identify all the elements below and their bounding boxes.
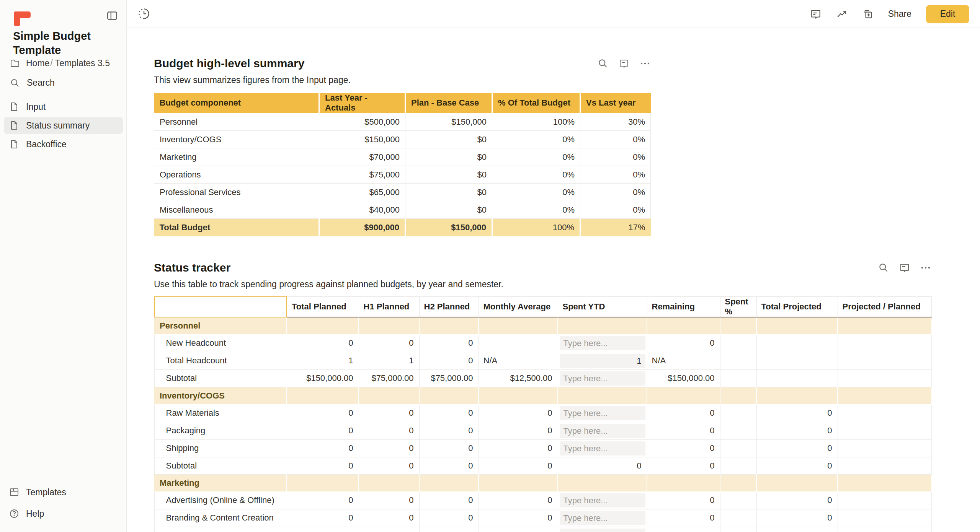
tracker-cell[interactable]: 0 [756,422,838,439]
tracker-row-label[interactable]: Packaging [154,422,287,439]
tracker-cell[interactable]: $75,000.00 [359,369,419,387]
tracker-cell[interactable] [838,439,931,457]
sidebar-item-input[interactable]: Input [4,98,123,115]
summary-cell[interactable]: $0 [405,166,492,184]
tracker-column-header[interactable]: H1 Planned [359,297,419,317]
tracker-cell[interactable] [838,509,931,527]
tracker-section-cell[interactable] [419,317,479,334]
summary-cell[interactable]: 0% [580,148,651,166]
tracker-cell[interactable]: 0 [647,527,720,532]
tracker-cell[interactable]: 0 [756,527,838,532]
tracker-cell[interactable]: 0 [479,404,558,422]
tracker-cell[interactable]: 0 [756,457,838,474]
tracker-section-cell[interactable] [647,474,720,491]
tracker-input-cell[interactable]: 1 [558,352,647,369]
tracker-cell[interactable] [838,457,931,474]
tracker-cell[interactable]: 0 [287,491,359,509]
tracker-input-cell[interactable]: Type here... [558,439,647,457]
tracker-section-cell[interactable] [479,474,558,491]
summary-column-header[interactable]: Plan - Base Case [405,93,492,113]
tracker-cell[interactable] [720,369,756,387]
edit-button[interactable]: Edit [926,5,969,23]
tracker-cell[interactable]: 0 [359,334,419,352]
tracker-row-label[interactable]: Events & Promotions [154,527,287,532]
tracker-input-cell[interactable]: Type here... [558,527,647,532]
input-placeholder[interactable]: Type here... [560,529,645,532]
summary-cell[interactable]: 0% [492,148,580,166]
tracker-cell[interactable] [838,369,931,387]
tracker-cell[interactable]: 0 [647,457,720,474]
tracker-row-label[interactable]: Shipping [154,439,287,457]
tracker-cell[interactable]: $150,000.00 [647,369,720,387]
tracker-section-cell[interactable] [756,387,838,404]
tracker-cell[interactable]: 0 [479,527,558,532]
summary-row-label[interactable]: Operations [154,166,319,184]
tracker-cell[interactable]: 0 [479,457,558,474]
tracker-column-header[interactable]: Projected / Planned [838,297,931,317]
tracker-input-cell[interactable]: Type here... [558,334,647,352]
tracker-input-cell[interactable]: Type here... [558,422,647,439]
tracker-cell[interactable]: 0 [479,422,558,439]
tracker-cell[interactable] [720,439,756,457]
summary-row-label[interactable]: Personnel [154,113,319,131]
tracker-cell[interactable]: 0 [756,439,838,457]
input-placeholder[interactable]: Type here... [560,406,645,420]
summary-cell[interactable]: $0 [405,184,492,201]
breadcrumb-current[interactable]: Templates 3.5 [55,58,110,68]
tracker-section-cell[interactable] [756,317,838,334]
tracker-cell[interactable]: 0 [287,404,359,422]
summary-row-label[interactable]: Professional Services [154,184,319,201]
tracker-cell[interactable] [838,334,931,352]
tracker-cell[interactable]: 0 [359,527,419,532]
tracker-cell[interactable]: 0 [647,509,720,527]
tracker-column-header[interactable]: Remaining [647,297,720,317]
sidebar-item-backoffice[interactable]: Backoffice [4,136,123,153]
summary-cell[interactable]: 30% [580,113,651,131]
tracker-cell[interactable]: 0 [756,491,838,509]
tracker-row-label[interactable]: Advertising (Online & Offline) [154,491,287,509]
tracker-cell[interactable]: 0 [647,404,720,422]
tracker-cell[interactable]: 0 [647,491,720,509]
tracker-cell[interactable] [756,369,838,387]
summary-cell[interactable]: 0% [580,166,651,184]
tracker-section-cell[interactable] [720,387,756,404]
tracker-cell[interactable]: 0 [287,527,359,532]
tracker-cell[interactable]: 0 [647,422,720,439]
tracker-section-cell[interactable] [558,387,647,404]
tracker-cell[interactable]: 0 [359,422,419,439]
summary-cell[interactable]: $150,000 [319,131,405,148]
tracker-section-cell[interactable] [647,317,720,334]
tracker-cell[interactable]: 0 [419,509,479,527]
tracker-cell[interactable]: N/A [479,352,558,369]
summary-cell[interactable]: $150,000 [405,113,492,131]
summary-cell[interactable]: $70,000 [319,148,405,166]
tracker-row-label[interactable]: Subtotal [154,457,287,474]
tracker-selected-cell[interactable] [154,297,287,317]
tracker-cell[interactable] [720,457,756,474]
tracker-section-cell[interactable] [647,387,720,404]
tracker-section-cell[interactable] [287,387,359,404]
tracker-cell[interactable]: N/A [647,352,720,369]
summary-cell[interactable]: $0 [405,148,492,166]
tracker-cell[interactable]: 0 [419,352,479,369]
sidebar-item-status-summary[interactable]: Status summary [4,117,123,134]
summary-column-header[interactable]: Vs Last year [580,93,651,113]
summary-row-label[interactable]: Inventory/COGS [154,131,319,148]
summary-search-icon[interactable] [598,58,608,69]
tracker-section-cell[interactable] [838,317,931,334]
tracker-cell[interactable]: 0 [419,457,479,474]
tracker-cell[interactable]: 0 [287,334,359,352]
input-placeholder[interactable]: Type here... [560,371,645,386]
tracker-cell[interactable]: 0 [359,439,419,457]
summary-cell[interactable]: 0% [580,201,651,219]
summary-row-label[interactable]: Miscellaneous [154,201,319,219]
tracker-input-cell[interactable]: Type here... [558,509,647,527]
tracker-section-cell[interactable] [479,317,558,334]
summary-total-cell[interactable]: $900,000 [319,219,405,236]
tracker-cell[interactable]: 0 [479,491,558,509]
tracker-column-header[interactable]: H2 Planned [419,297,479,317]
summary-cell[interactable]: $0 [405,201,492,219]
tracker-section-cell[interactable] [419,474,479,491]
sidebar-toggle-icon[interactable] [106,10,118,21]
tracker-cell[interactable]: 0 [359,509,419,527]
